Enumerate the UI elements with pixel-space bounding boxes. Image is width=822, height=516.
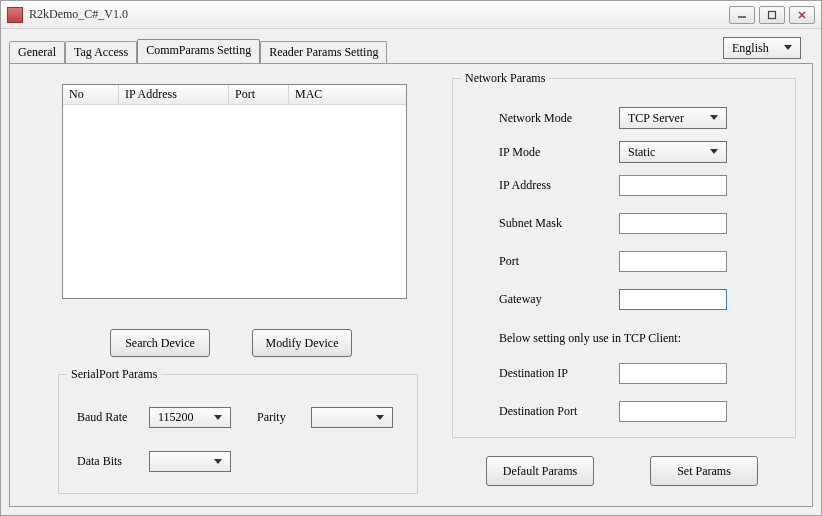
tab-strip: General Tag Access CommParams Setting Re…	[9, 39, 815, 63]
device-table-header: No IP Address Port MAC	[63, 85, 406, 105]
parity-combo[interactable]	[311, 407, 393, 428]
ip-mode-label: IP Mode	[499, 145, 619, 160]
col-header-mac[interactable]: MAC	[289, 85, 406, 104]
col-header-no[interactable]: No	[63, 85, 119, 104]
chevron-down-icon	[706, 144, 722, 160]
port-label: Port	[499, 254, 619, 269]
dest-port-row: Destination Port	[499, 401, 727, 422]
network-mode-value: TCP Server	[628, 111, 684, 126]
port-input[interactable]	[619, 251, 727, 272]
network-mode-label: Network Mode	[499, 111, 619, 126]
parity-label: Parity	[257, 410, 311, 425]
default-params-button[interactable]: Default Params	[486, 456, 594, 486]
tab-general[interactable]: General	[9, 41, 65, 64]
ip-mode-combo[interactable]: Static	[619, 141, 727, 163]
subnet-input[interactable]	[619, 213, 727, 234]
ip-address-input[interactable]	[619, 175, 727, 196]
close-button[interactable]	[789, 6, 815, 24]
chevron-down-icon	[706, 110, 722, 126]
tcp-client-note: Below setting only use in TCP Client:	[499, 331, 681, 346]
network-mode-combo[interactable]: TCP Server	[619, 107, 727, 129]
gateway-input[interactable]	[619, 289, 727, 310]
dest-port-label: Destination Port	[499, 404, 619, 419]
subnet-label: Subnet Mask	[499, 216, 619, 231]
maximize-button[interactable]	[759, 6, 785, 24]
network-button-row: Default Params Set Params	[486, 456, 758, 486]
dest-port-input[interactable]	[619, 401, 727, 422]
minimize-button[interactable]	[729, 6, 755, 24]
port-row: Port	[499, 251, 727, 272]
tab-comm-params[interactable]: CommParams Setting	[137, 39, 260, 63]
ip-mode-row: IP Mode Static	[499, 141, 727, 163]
language-combo[interactable]: English	[723, 37, 801, 59]
chevron-down-icon	[210, 410, 226, 426]
device-table[interactable]: No IP Address Port MAC	[62, 84, 407, 299]
parity-row: Parity	[257, 407, 393, 428]
minimize-icon	[737, 10, 747, 20]
databits-combo[interactable]	[149, 451, 231, 472]
col-header-ip[interactable]: IP Address	[119, 85, 229, 104]
network-mode-row: Network Mode TCP Server	[499, 107, 727, 129]
set-params-button[interactable]: Set Params	[650, 456, 758, 486]
baud-combo[interactable]: 115200	[149, 407, 231, 428]
close-icon	[797, 10, 807, 20]
chevron-down-icon	[210, 454, 226, 470]
titlebar-left: R2kDemo_C#_V1.0	[7, 7, 128, 23]
app-window: R2kDemo_C#_V1.0 English General	[0, 0, 822, 516]
ip-address-label: IP Address	[499, 178, 619, 193]
language-value: English	[732, 41, 769, 56]
baud-label: Baud Rate	[77, 410, 149, 425]
network-legend: Network Params	[461, 71, 549, 86]
subnet-row: Subnet Mask	[499, 213, 727, 234]
serialport-legend: SerialPort Params	[67, 367, 161, 382]
dest-ip-row: Destination IP	[499, 363, 727, 384]
gateway-row: Gateway	[499, 289, 727, 310]
databits-row: Data Bits	[77, 451, 231, 472]
ip-address-row: IP Address	[499, 175, 727, 196]
client-area: English General Tag Access CommParams Se…	[7, 31, 815, 509]
tab-tag-access[interactable]: Tag Access	[65, 41, 137, 64]
search-device-button[interactable]: Search Device	[110, 329, 210, 357]
titlebar: R2kDemo_C#_V1.0	[1, 1, 821, 29]
window-controls	[729, 6, 815, 24]
col-header-port[interactable]: Port	[229, 85, 289, 104]
baud-value: 115200	[158, 410, 194, 425]
dest-ip-label: Destination IP	[499, 366, 619, 381]
network-groupbox: Network Params Network Mode TCP Server I…	[452, 78, 796, 438]
device-button-row: Search Device Modify Device	[110, 329, 352, 357]
maximize-icon	[767, 10, 777, 20]
tab-panel-comm-params: No IP Address Port MAC Search Device Mod…	[9, 63, 813, 507]
language-combo-wrap: English	[723, 37, 801, 59]
baud-row: Baud Rate 115200	[77, 407, 231, 428]
window-title: R2kDemo_C#_V1.0	[29, 7, 128, 22]
serialport-groupbox: SerialPort Params Baud Rate 115200 Parit…	[58, 374, 418, 494]
tab-reader-params[interactable]: Reader Params Setting	[260, 41, 387, 64]
chevron-down-icon	[780, 40, 796, 56]
ip-mode-value: Static	[628, 145, 655, 160]
dest-ip-input[interactable]	[619, 363, 727, 384]
app-icon	[7, 7, 23, 23]
gateway-label: Gateway	[499, 292, 619, 307]
chevron-down-icon	[372, 410, 388, 426]
modify-device-button[interactable]: Modify Device	[252, 329, 352, 357]
databits-label: Data Bits	[77, 454, 149, 469]
svg-rect-0	[769, 11, 776, 18]
